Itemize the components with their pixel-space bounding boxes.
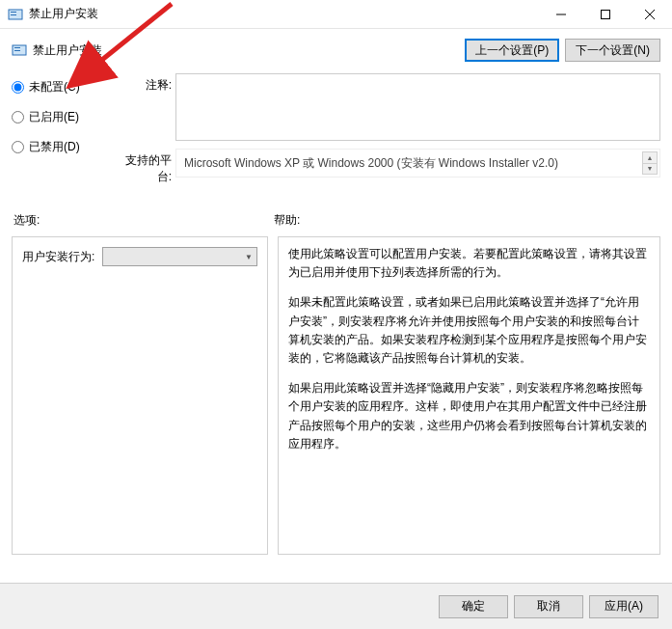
radio-enabled-input[interactable] [12, 111, 24, 123]
policy-icon [12, 42, 27, 58]
help-heading: 帮助: [274, 212, 300, 229]
svg-rect-6 [14, 50, 20, 51]
chevron-down-icon[interactable]: ▼ [643, 164, 657, 175]
section-labels: 选项: 帮助: [0, 193, 672, 232]
options-heading: 选项: [13, 212, 274, 229]
state-radio-group: 未配置(C) 已启用(E) 已禁用(D) [12, 73, 118, 193]
platform-row: 支持的平台: Microsoft Windows XP 或 Windows 20… [118, 149, 660, 185]
apply-button[interactable]: 应用(A) [589, 595, 659, 618]
platform-spinner[interactable]: ▲ ▼ [642, 151, 658, 175]
radio-not-configured-input[interactable] [12, 81, 24, 94]
titlebar: 禁止用户安装 [0, 0, 672, 29]
previous-setting-label: 上一个设置(P) [475, 42, 549, 59]
apply-label: 应用(A) [605, 598, 643, 615]
comment-row: 注释: [118, 73, 660, 141]
behavior-row: 用户安装行为: ▼ [22, 247, 257, 266]
minimize-button[interactable] [539, 0, 583, 28]
radio-not-configured[interactable]: 未配置(C) [12, 79, 118, 96]
ok-label: 确定 [462, 598, 485, 615]
platform-value: Microsoft Windows XP 或 Windows 2000 (安装有… [175, 149, 660, 178]
behavior-combo[interactable]: ▼ [102, 247, 257, 266]
previous-setting-button[interactable]: 上一个设置(P) [465, 39, 559, 62]
platform-label: 支持的平台: [118, 149, 175, 185]
platform-text: Microsoft Windows XP 或 Windows 2000 (安装有… [184, 155, 558, 172]
help-paragraph: 如果启用此策略设置并选择“隐藏用户安装”，则安装程序将忽略按照每个用户安装的应用… [288, 379, 650, 453]
window-title: 禁止用户安装 [29, 6, 539, 22]
cancel-button[interactable]: 取消 [514, 595, 583, 618]
window-controls [539, 0, 672, 28]
lower-area: 用户安装行为: ▼ 使用此策略设置可以配置用户安装。若要配置此策略设置，请将其设… [0, 232, 672, 555]
chevron-down-icon: ▼ [241, 248, 256, 265]
options-panel: 用户安装行为: ▼ [12, 236, 268, 555]
help-paragraph: 使用此策略设置可以配置用户安装。若要配置此策略设置，请将其设置为已启用并使用下拉… [288, 245, 650, 282]
svg-rect-1 [11, 12, 16, 13]
comment-label: 注释: [118, 73, 175, 94]
next-setting-button[interactable]: 下一个设置(N) [565, 39, 660, 62]
fields-column: 注释: 支持的平台: Microsoft Windows XP 或 Window… [118, 73, 660, 193]
radio-disabled[interactable]: 已禁用(D) [12, 139, 118, 155]
comment-input[interactable] [175, 73, 660, 141]
close-button[interactable] [628, 0, 672, 28]
policy-icon [8, 7, 23, 22]
config-area: 未配置(C) 已启用(E) 已禁用(D) 注释: 支持的平台: Microsof… [0, 68, 672, 193]
footer: 确定 取消 应用(A) [0, 583, 672, 629]
radio-enabled-label: 已启用(E) [29, 109, 79, 125]
policy-name: 禁止用户安装 [33, 42, 459, 59]
radio-disabled-input[interactable] [12, 141, 24, 153]
help-panel: 使用此策略设置可以配置用户安装。若要配置此策略设置，请将其设置为已启用并使用下拉… [278, 236, 660, 555]
maximize-button[interactable] [583, 0, 628, 28]
radio-not-configured-label: 未配置(C) [29, 79, 80, 96]
radio-disabled-label: 已禁用(D) [29, 139, 80, 155]
radio-enabled[interactable]: 已启用(E) [12, 109, 118, 125]
svg-rect-3 [602, 10, 610, 18]
help-paragraph: 如果未配置此策略设置，或者如果已启用此策略设置并选择了“允许用户安装”，则安装程… [288, 293, 650, 368]
next-setting-label: 下一个设置(N) [576, 42, 650, 59]
header-row: 禁止用户安装 上一个设置(P) 下一个设置(N) [0, 29, 672, 68]
chevron-up-icon[interactable]: ▲ [643, 152, 657, 164]
cancel-label: 取消 [537, 598, 560, 615]
behavior-label: 用户安装行为: [22, 249, 94, 265]
ok-button[interactable]: 确定 [439, 595, 508, 618]
svg-rect-5 [14, 47, 20, 48]
svg-rect-2 [11, 14, 16, 15]
